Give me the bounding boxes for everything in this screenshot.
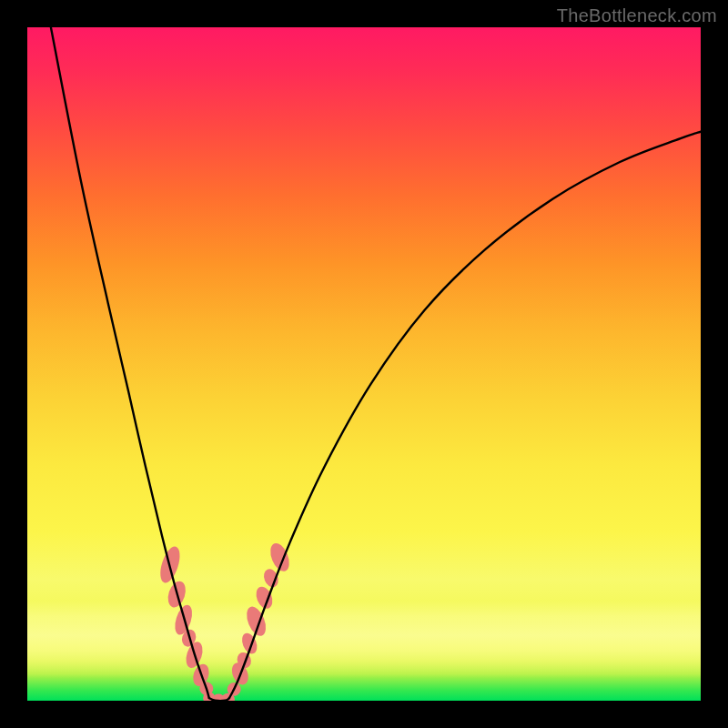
right-curve bbox=[229, 132, 701, 698]
plot-area bbox=[27, 27, 701, 701]
watermark-text: TheBottleneck.com bbox=[557, 5, 717, 26]
left-curve bbox=[51, 27, 209, 698]
chart-frame: TheBottleneck.com bbox=[0, 0, 728, 728]
bead-markers bbox=[157, 541, 293, 701]
curve-layer bbox=[27, 27, 701, 701]
